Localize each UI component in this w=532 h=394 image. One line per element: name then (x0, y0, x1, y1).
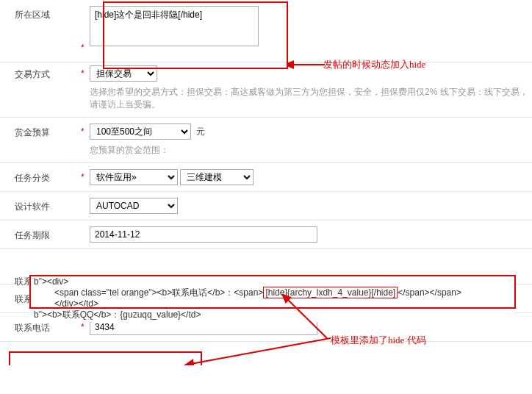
required-mark: * (81, 65, 90, 79)
required-mark: * (81, 123, 90, 137)
category-select-1[interactable]: 软件应用» (90, 169, 178, 185)
code-line4: b"><b>联系QQ</b>：{guzuqq_value}</td> (34, 309, 510, 320)
deadline-input[interactable] (90, 226, 317, 243)
required-mark: * (81, 6, 90, 53)
code-hide-fragment: [hide]{archy_lxdh_4_value}[/hide] (263, 287, 398, 298)
software-select[interactable]: AUTOCAD (90, 198, 178, 214)
label-deadline: 任务期限 (15, 226, 81, 242)
code-line2a: <span class="tel orange"><b>联系电话</b>：<sp… (54, 287, 263, 298)
required-mark: * (81, 169, 90, 182)
code-line2b: </span></span> (398, 287, 461, 298)
budget-select[interactable]: 100至500之间 (90, 123, 191, 140)
annotation-2: 模板里添加了hide 代码 (331, 334, 426, 347)
budget-hint: 您预算的赏金范围： (90, 144, 532, 157)
label-software: 设计软件 (15, 198, 81, 213)
label-trade: 交易方式 (15, 65, 81, 81)
code-overlay: b"><div> <span class="tel orange"><b>联系电… (29, 275, 514, 322)
region-textarea[interactable]: [hide]这个是回非得隐[/hide] (90, 6, 259, 46)
annotation-1: 发帖的时候动态加入hide (323, 58, 425, 71)
label-category: 任务分类 (15, 169, 81, 185)
code-line3: </div></td> (34, 298, 510, 309)
trade-hint: 选择您希望的交易方式：担保交易：高达威客做为第三方为您担保，安全，担保费用仅2%… (90, 86, 532, 111)
label-region: 所在区域 (15, 6, 81, 21)
trade-select[interactable]: 担保交易 (90, 65, 157, 82)
label-budget: 赏金预算 (15, 123, 81, 139)
category-select-2[interactable]: 三维建模 (180, 169, 254, 185)
budget-unit: 元 (196, 126, 205, 137)
